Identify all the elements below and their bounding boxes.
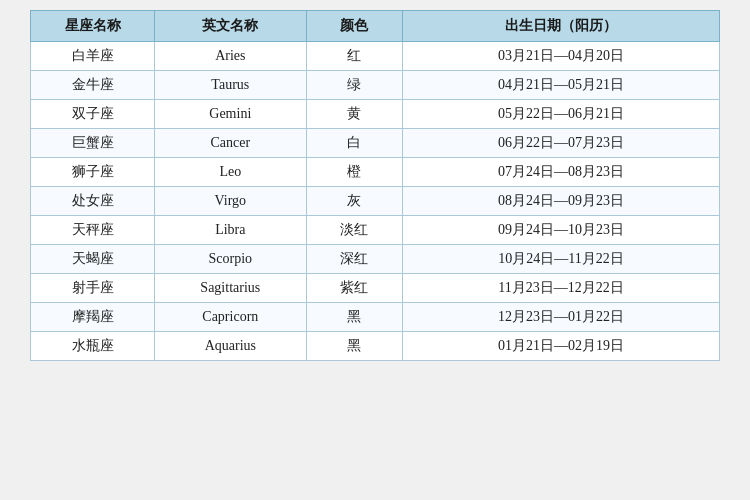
table-row: 天秤座Libra淡红09月24日—10月23日 bbox=[31, 216, 720, 245]
cell-en: Gemini bbox=[155, 100, 307, 129]
cell-en: Virgo bbox=[155, 187, 307, 216]
table-row: 金牛座Taurus绿04月21日—05月21日 bbox=[31, 71, 720, 100]
cell-color: 白 bbox=[306, 129, 402, 158]
cell-en: Aries bbox=[155, 42, 307, 71]
table-row: 白羊座Aries红03月21日—04月20日 bbox=[31, 42, 720, 71]
cell-color: 黄 bbox=[306, 100, 402, 129]
cell-color: 红 bbox=[306, 42, 402, 71]
table-row: 巨蟹座Cancer白06月22日—07月23日 bbox=[31, 129, 720, 158]
cell-date: 08月24日—09月23日 bbox=[403, 187, 720, 216]
zodiac-table-wrapper: 星座名称 英文名称 颜色 出生日期（阳历） 白羊座Aries红03月21日—04… bbox=[30, 10, 720, 361]
cell-en: Cancer bbox=[155, 129, 307, 158]
cell-color: 深红 bbox=[306, 245, 402, 274]
table-row: 双子座Gemini黄05月22日—06月21日 bbox=[31, 100, 720, 129]
cell-date: 11月23日—12月22日 bbox=[403, 274, 720, 303]
cell-en: Scorpio bbox=[155, 245, 307, 274]
cell-cn: 水瓶座 bbox=[31, 332, 155, 361]
cell-cn: 摩羯座 bbox=[31, 303, 155, 332]
header-en: 英文名称 bbox=[155, 11, 307, 42]
cell-cn: 天秤座 bbox=[31, 216, 155, 245]
table-row: 摩羯座Capricorn黑12月23日—01月22日 bbox=[31, 303, 720, 332]
cell-date: 04月21日—05月21日 bbox=[403, 71, 720, 100]
cell-en: Leo bbox=[155, 158, 307, 187]
cell-cn: 处女座 bbox=[31, 187, 155, 216]
cell-date: 07月24日—08月23日 bbox=[403, 158, 720, 187]
cell-cn: 射手座 bbox=[31, 274, 155, 303]
table-header-row: 星座名称 英文名称 颜色 出生日期（阳历） bbox=[31, 11, 720, 42]
table-row: 射手座Sagittarius紫红11月23日—12月22日 bbox=[31, 274, 720, 303]
cell-en: Taurus bbox=[155, 71, 307, 100]
cell-color: 淡红 bbox=[306, 216, 402, 245]
cell-cn: 巨蟹座 bbox=[31, 129, 155, 158]
cell-cn: 白羊座 bbox=[31, 42, 155, 71]
header-color: 颜色 bbox=[306, 11, 402, 42]
cell-cn: 狮子座 bbox=[31, 158, 155, 187]
cell-date: 10月24日—11月22日 bbox=[403, 245, 720, 274]
cell-color: 紫红 bbox=[306, 274, 402, 303]
cell-color: 灰 bbox=[306, 187, 402, 216]
header-date: 出生日期（阳历） bbox=[403, 11, 720, 42]
cell-cn: 天蝎座 bbox=[31, 245, 155, 274]
cell-date: 12月23日—01月22日 bbox=[403, 303, 720, 332]
cell-color: 黑 bbox=[306, 303, 402, 332]
cell-date: 03月21日—04月20日 bbox=[403, 42, 720, 71]
table-row: 水瓶座Aquarius黑01月21日—02月19日 bbox=[31, 332, 720, 361]
cell-color: 橙 bbox=[306, 158, 402, 187]
zodiac-table: 星座名称 英文名称 颜色 出生日期（阳历） 白羊座Aries红03月21日—04… bbox=[30, 10, 720, 361]
cell-en: Libra bbox=[155, 216, 307, 245]
cell-date: 06月22日—07月23日 bbox=[403, 129, 720, 158]
table-row: 狮子座Leo橙07月24日—08月23日 bbox=[31, 158, 720, 187]
header-cn: 星座名称 bbox=[31, 11, 155, 42]
table-row: 天蝎座Scorpio深红10月24日—11月22日 bbox=[31, 245, 720, 274]
cell-color: 绿 bbox=[306, 71, 402, 100]
cell-cn: 双子座 bbox=[31, 100, 155, 129]
cell-date: 01月21日—02月19日 bbox=[403, 332, 720, 361]
table-row: 处女座Virgo灰08月24日—09月23日 bbox=[31, 187, 720, 216]
cell-en: Aquarius bbox=[155, 332, 307, 361]
cell-date: 09月24日—10月23日 bbox=[403, 216, 720, 245]
cell-cn: 金牛座 bbox=[31, 71, 155, 100]
cell-en: Sagittarius bbox=[155, 274, 307, 303]
cell-color: 黑 bbox=[306, 332, 402, 361]
cell-en: Capricorn bbox=[155, 303, 307, 332]
cell-date: 05月22日—06月21日 bbox=[403, 100, 720, 129]
